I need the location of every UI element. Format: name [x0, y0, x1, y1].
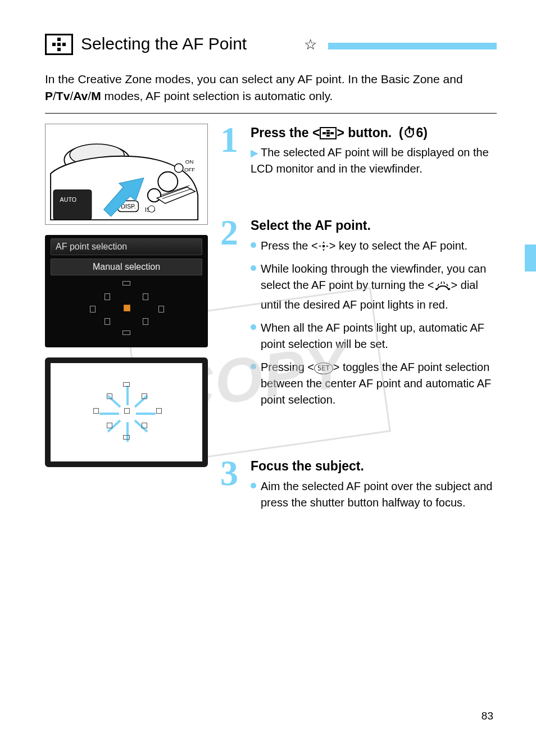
- title-accent-bar: [328, 43, 497, 49]
- step-number-2: 2: [220, 216, 245, 452]
- step-1: 1 Press the <> button. (⏱6) ▶The selecte…: [220, 124, 497, 177]
- bullet-dot-icon: [251, 483, 256, 488]
- intro-paragraph: In the Creative Zone modes, you can sele…: [45, 71, 497, 105]
- step-3: 3 Focus the subject. Aim the selected AF…: [220, 457, 497, 510]
- step-1-tip: ▶The selected AF point will be displayed…: [251, 144, 497, 177]
- svg-line-29: [438, 284, 439, 286]
- af-point-selection-icon: [45, 34, 73, 55]
- set-button-icon: SET: [314, 363, 333, 374]
- step-2: 2 Select the AF point. Press the <> key …: [220, 216, 497, 452]
- page-title-row: Selecting the AF Point ☆: [45, 33, 497, 55]
- step2-bullet-4: Pressing <SET> toggles the AF point sele…: [251, 359, 497, 408]
- step3-bullet-1: Aim the selected AF point over the subje…: [251, 478, 497, 511]
- svg-point-13: [148, 206, 155, 212]
- s2b1b: > key to select the AF point.: [329, 239, 467, 252]
- s2b1a: Press the <: [261, 239, 318, 252]
- bullet-dot-icon: [251, 324, 256, 330]
- cross-key-icon: [318, 240, 329, 251]
- lcd-preview: AF point selection Manual selection: [45, 235, 208, 347]
- step2-bullet-1: Press the <> key to select the AF point.: [251, 238, 497, 254]
- svg-text:ON: ON: [185, 159, 194, 165]
- af-point-button-icon: [320, 127, 337, 139]
- svg-line-32: [447, 284, 448, 286]
- divider: [45, 113, 497, 114]
- svg-text:AUTO: AUTO: [60, 196, 76, 203]
- svg-point-5: [158, 172, 178, 192]
- svg-marker-25: [322, 248, 325, 251]
- step1-title-b: > button.: [337, 125, 392, 140]
- step-number-1: 1: [220, 124, 245, 177]
- svg-line-31: [444, 282, 444, 284]
- s3b1: Aim the selected AF point over the subje…: [261, 478, 497, 511]
- svg-marker-26: [319, 245, 321, 247]
- svg-line-30: [441, 282, 442, 284]
- s2b4a: Pressing <: [261, 361, 314, 373]
- s2b3: When all the AF points light up, automat…: [261, 320, 497, 352]
- step-3-title: Focus the subject.: [251, 457, 497, 476]
- step-1-title: Press the <> button. (⏱6): [251, 124, 497, 142]
- step1-title-a: Press the <: [251, 125, 320, 140]
- timer-icon: (⏱6): [399, 125, 428, 140]
- step1-tip-text: The selected AF point will be displayed …: [251, 146, 489, 175]
- bullet-dot-icon: [251, 265, 256, 271]
- tip-arrow-icon: ▶: [251, 147, 258, 159]
- svg-marker-24: [322, 241, 325, 244]
- viewfinder-preview: [45, 357, 208, 467]
- step-2-title: Select the AF point.: [251, 216, 497, 235]
- bullet-dot-icon: [251, 242, 256, 248]
- svg-text:OFF: OFF: [184, 166, 195, 173]
- page-title: Selecting the AF Point: [81, 33, 247, 55]
- svg-rect-28: [322, 245, 325, 247]
- intro-text-a: In the Creative Zone modes, you can sele…: [45, 73, 463, 85]
- page-number: 83: [482, 710, 493, 722]
- section-side-tab: [525, 245, 536, 271]
- step2-bullet-2: While looking through the viewfinder, yo…: [251, 261, 497, 313]
- step2-bullet-3: When all the AF points light up, automat…: [251, 320, 497, 352]
- step-number-3: 3: [220, 457, 245, 510]
- main-dial-icon: [434, 280, 451, 297]
- intro-text-b: modes, AF point selection is automatic o…: [101, 89, 333, 102]
- svg-point-7: [174, 164, 183, 173]
- svg-marker-27: [326, 245, 329, 247]
- svg-rect-3: [53, 190, 92, 220]
- lcd-subtitle: Manual selection: [51, 259, 202, 275]
- lcd-title: AF point selection: [51, 238, 202, 255]
- creative-zone-star-icon: ☆: [304, 36, 317, 53]
- camera-button-illustration: AUTO ON OFF DISP. ISO: [45, 124, 208, 225]
- lcd-af-points: [51, 275, 202, 337]
- bullet-dot-icon: [251, 364, 256, 369]
